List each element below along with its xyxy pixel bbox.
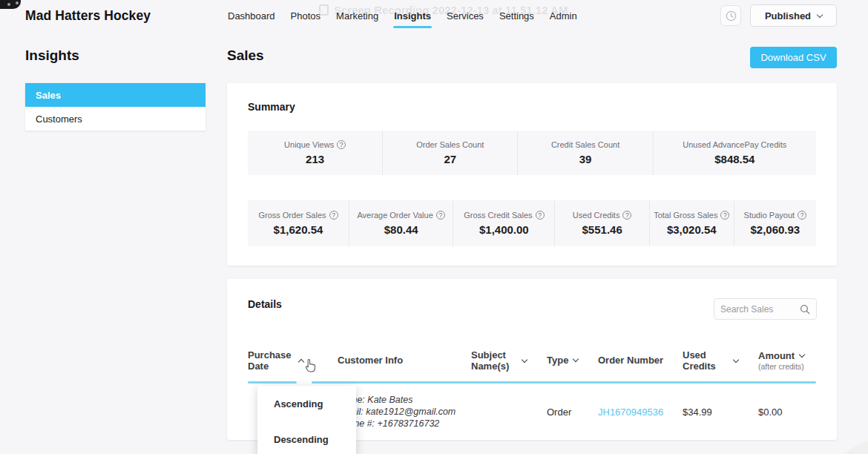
metric-value: $1,400.00 bbox=[479, 223, 529, 236]
metric-gross-credit-sales: Gross Credit Sales ? $1,400.00 bbox=[453, 200, 555, 246]
search-sales-box bbox=[714, 298, 817, 320]
metric-gross-order-sales: Gross Order Sales ? $1,620.54 bbox=[248, 200, 349, 246]
history-clock-button[interactable] bbox=[720, 5, 741, 26]
nav-admin[interactable]: Admin bbox=[550, 10, 577, 22]
metric-label: Unique Views bbox=[284, 140, 334, 149]
search-sales-input[interactable] bbox=[720, 304, 797, 315]
cell-customer-info: Name: Kate Bates Email: kate1912@gmail.c… bbox=[338, 394, 471, 430]
details-card: Details Purchase Date Customer Info Subj… bbox=[227, 279, 837, 440]
corner-dot bbox=[7, 3, 10, 6]
camera-bubble-overlay bbox=[832, 441, 868, 454]
chevron-down-icon bbox=[799, 352, 805, 358]
metric-label: Credit Sales Count bbox=[551, 140, 619, 149]
sort-dropdown-menu: Ascending Descending bbox=[257, 386, 356, 454]
nav-photos[interactable]: Photos bbox=[291, 10, 320, 22]
metric-value: $551.46 bbox=[582, 223, 622, 236]
metric-label: Gross Order Sales bbox=[258, 211, 326, 220]
column-label: Subject Name(s) bbox=[471, 349, 517, 372]
help-icon[interactable]: ? bbox=[337, 140, 346, 149]
top-nav: Dashboard Photos Marketing Insights Serv… bbox=[228, 10, 577, 22]
sidebar-item-sales[interactable]: Sales bbox=[25, 83, 206, 107]
column-label: Order Number bbox=[598, 355, 663, 366]
column-purchase-date[interactable]: Purchase Date bbox=[248, 349, 338, 372]
column-label: Type bbox=[547, 355, 568, 366]
download-csv-button[interactable]: Download CSV bbox=[750, 47, 837, 68]
cell-order-number: JH1670949536 bbox=[598, 407, 683, 418]
summary-metrics-row-1: Unique Views ? 213 Order Sales Count 27 … bbox=[248, 131, 816, 175]
metric-label: Average Order Value bbox=[357, 211, 433, 220]
nav-dashboard[interactable]: Dashboard bbox=[228, 10, 275, 22]
metric-value: $1,620.54 bbox=[274, 223, 323, 236]
order-number-link[interactable]: JH1670949536 bbox=[598, 407, 663, 418]
metric-label: Order Sales Count bbox=[416, 140, 484, 149]
published-status-dropdown[interactable]: Published bbox=[750, 4, 837, 27]
sales-page-title: Sales bbox=[227, 47, 264, 64]
column-used-credits[interactable]: Used Credits bbox=[683, 349, 758, 372]
nav-insights[interactable]: Insights bbox=[394, 10, 431, 22]
help-icon[interactable]: ? bbox=[622, 211, 631, 220]
metric-label: Studio Payout bbox=[744, 211, 795, 220]
metric-label: Total Gross Sales bbox=[654, 211, 717, 220]
cell-used-credits: $34.99 bbox=[683, 407, 758, 418]
metric-order-sales-count: Order Sales Count 27 bbox=[383, 131, 518, 175]
metric-used-credits: Used Credits ? $551.46 bbox=[555, 200, 650, 246]
metric-value: 213 bbox=[306, 153, 324, 165]
help-icon[interactable]: ? bbox=[536, 211, 545, 220]
cell-type: Order bbox=[547, 407, 598, 418]
help-icon[interactable]: ? bbox=[798, 211, 806, 220]
column-subject-names[interactable]: Subject Name(s) bbox=[471, 349, 547, 372]
screen-corner-overlay bbox=[0, 0, 21, 9]
chevron-up-icon bbox=[298, 358, 304, 364]
customer-email: Email: kate1912@gmail.com bbox=[338, 406, 471, 418]
sidebar-item-customers[interactable]: Customers bbox=[25, 107, 206, 131]
help-icon[interactable]: ? bbox=[329, 211, 338, 220]
help-icon[interactable]: ? bbox=[436, 211, 445, 220]
corner-dot bbox=[16, 1, 19, 4]
column-sublabel: (after credits) bbox=[758, 362, 804, 371]
metric-label: Gross Credit Sales bbox=[464, 211, 532, 220]
column-label: Purchase Date bbox=[248, 349, 294, 372]
menu-item-ascending[interactable]: Ascending bbox=[257, 386, 356, 421]
metric-value: 27 bbox=[444, 153, 456, 165]
customer-phone: Phone #: +16783716732 bbox=[338, 418, 471, 430]
details-heading: Details bbox=[248, 298, 282, 310]
metric-value: 39 bbox=[579, 153, 592, 165]
chevron-down-icon bbox=[522, 356, 527, 362]
metric-credit-sales-count: Credit Sales Count 39 bbox=[518, 131, 653, 175]
customer-name: Name: Kate Bates bbox=[338, 394, 471, 406]
metric-value: $80.44 bbox=[384, 223, 418, 236]
metric-average-order-value: Average Order Value ? $80.44 bbox=[349, 200, 453, 246]
brand-title: Mad Hatters Hockey bbox=[25, 8, 151, 24]
nav-settings[interactable]: Settings bbox=[499, 10, 534, 22]
column-type[interactable]: Type bbox=[547, 355, 598, 366]
column-label: Amount bbox=[758, 350, 795, 361]
column-label: Customer Info bbox=[338, 355, 403, 366]
metric-unused-advancepay-credits: Unused AdvancePay Credits $848.54 bbox=[654, 131, 816, 175]
summary-metrics-row-2: Gross Order Sales ? $1,620.54 Average Or… bbox=[248, 200, 816, 246]
metric-label: Used Credits bbox=[573, 211, 620, 220]
sales-table-header: Purchase Date Customer Info Subject Name… bbox=[248, 340, 816, 381]
summary-card: Summary Unique Views ? 213 Order Sales C… bbox=[227, 83, 837, 266]
cell-amount: $0.00 bbox=[758, 407, 816, 418]
nav-marketing[interactable]: Marketing bbox=[336, 10, 378, 22]
metric-label: Unused AdvancePay Credits bbox=[683, 140, 786, 149]
insights-page-title: Insights bbox=[25, 47, 79, 64]
column-customer-info: Customer Info bbox=[338, 355, 471, 366]
metric-studio-payout: Studio Payout ? $2,060.93 bbox=[734, 200, 816, 246]
clock-icon bbox=[726, 10, 737, 22]
metric-total-gross-sales: Total Gross Sales ? $3,020.54 bbox=[650, 200, 734, 246]
metric-value: $3,020.54 bbox=[667, 223, 717, 236]
chevron-down-icon bbox=[817, 11, 823, 17]
column-label: Used Credits bbox=[683, 349, 729, 372]
column-amount[interactable]: Amount (after credits) bbox=[758, 350, 816, 372]
insights-sidebar: Sales Customers bbox=[25, 83, 206, 131]
metric-value: $848.54 bbox=[714, 153, 754, 165]
metric-unique-views: Unique Views ? 213 bbox=[248, 131, 383, 175]
nav-services[interactable]: Services bbox=[447, 10, 484, 22]
published-label: Published bbox=[765, 10, 811, 22]
menu-item-descending[interactable]: Descending bbox=[257, 421, 356, 454]
summary-heading: Summary bbox=[248, 101, 295, 113]
column-order-number: Order Number bbox=[598, 355, 683, 366]
help-icon[interactable]: ? bbox=[720, 211, 729, 220]
chevron-down-icon bbox=[573, 356, 579, 362]
